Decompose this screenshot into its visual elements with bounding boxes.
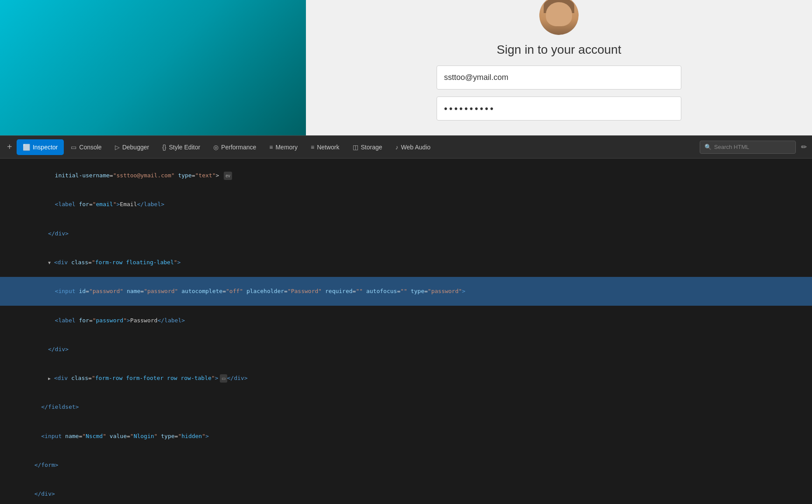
- html-line-8: ▶ <div class="form-row form-footer row r…: [0, 364, 812, 393]
- html-line-1: initial-username="ssttoo@ymail.com" type…: [0, 161, 812, 190]
- html-line-6: <label for="password">Password</label>: [0, 306, 812, 335]
- sign-in-title: Sign in to your account: [497, 43, 621, 57]
- ev-badge[interactable]: ev: [224, 172, 232, 180]
- tab-network[interactable]: ≡ Network: [305, 139, 346, 155]
- password-input-display[interactable]: ••••••••••: [437, 97, 681, 121]
- network-icon: ≡: [311, 144, 314, 151]
- tab-style-editor[interactable]: {} Style Editor: [156, 139, 206, 155]
- html-editor: initial-username="ssttoo@ymail.com" type…: [0, 159, 812, 504]
- html-line-10: <input name="Nscmd" value="Nlogin" type=…: [0, 422, 812, 451]
- edit-html-button[interactable]: ✏: [799, 141, 809, 153]
- html-line-9: </fieldset>: [0, 393, 812, 421]
- ev-badge-2[interactable]: ▭: [220, 374, 227, 383]
- email-input-display[interactable]: ssttoo@ymail.com: [437, 66, 681, 90]
- html-line-5-highlighted[interactable]: <input id="password" name="password" aut…: [0, 277, 812, 306]
- tab-storage[interactable]: ◫ Storage: [347, 139, 389, 155]
- html-line-4: ▼ <div class="form-row floating-label">: [0, 248, 812, 277]
- right-panel-login: Sign in to your account ssttoo@ymail.com…: [306, 0, 812, 135]
- storage-icon: ◫: [353, 144, 358, 151]
- tab-console[interactable]: ▭ Console: [65, 139, 108, 155]
- tab-inspector[interactable]: ⬜ Inspector: [17, 139, 64, 155]
- search-html-input[interactable]: [714, 144, 788, 150]
- avatar: [539, 0, 579, 35]
- html-line-7: </div>: [0, 335, 812, 364]
- memory-icon: ≡: [269, 144, 273, 151]
- search-icon: 🔍: [704, 144, 711, 150]
- tab-performance[interactable]: ◎ Performance: [207, 139, 262, 155]
- devtools-tab-bar: + ⬜ Inspector ▭ Console ▷ Debugger {} St…: [0, 136, 812, 159]
- style-editor-icon: {}: [162, 144, 166, 151]
- console-icon: ▭: [71, 144, 76, 151]
- performance-icon: ◎: [213, 144, 219, 151]
- search-html-container: 🔍: [700, 141, 796, 154]
- html-line-2: <label for="email">Email</label>: [0, 190, 812, 219]
- tab-bar-right: 🔍 ✏: [700, 141, 809, 154]
- tab-memory[interactable]: ≡ Memory: [263, 139, 304, 155]
- debugger-icon: ▷: [115, 144, 120, 151]
- web-audio-icon: ♪: [396, 144, 399, 151]
- add-tab-button[interactable]: +: [3, 140, 16, 154]
- tab-debugger[interactable]: ▷ Debugger: [109, 139, 156, 155]
- tab-web-audio[interactable]: ♪ Web Audio: [389, 139, 437, 155]
- html-line-12: </div>: [0, 480, 812, 504]
- browser-content: Sign in to your account ssttoo@ymail.com…: [0, 0, 812, 135]
- left-panel-background: [0, 0, 306, 135]
- inspector-icon: ⬜: [23, 144, 30, 151]
- html-line-11: </form>: [0, 451, 812, 480]
- devtools-panel: + ⬜ Inspector ▭ Console ▷ Debugger {} St…: [0, 135, 812, 504]
- html-line-3: </div>: [0, 219, 812, 248]
